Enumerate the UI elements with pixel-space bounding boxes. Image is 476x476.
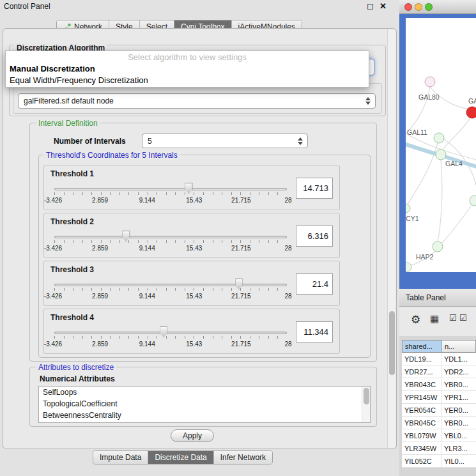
panel-scrollbar-thumb[interactable] xyxy=(389,311,395,375)
list-scrollbar-thumb[interactable] xyxy=(364,388,369,404)
table-cell[interactable]: YDL1... xyxy=(441,353,476,365)
table-row[interactable]: YLR345WYLR3... xyxy=(402,442,476,455)
table-row[interactable]: YPR145WYPR1... xyxy=(402,391,476,404)
list-item[interactable]: TopologicalCoefficient xyxy=(39,398,370,410)
slider-track[interactable] xyxy=(54,332,287,334)
tab-label: Impute Data xyxy=(100,453,141,462)
table-cell[interactable]: YER054C xyxy=(402,404,441,416)
table-cell[interactable]: YBR045C xyxy=(402,417,441,429)
scale-label: 15.43 xyxy=(186,197,202,204)
threshold-1-slider[interactable] xyxy=(53,182,288,195)
table-cell[interactable]: YIL052C xyxy=(402,455,441,467)
table-row[interactable]: YDL19...YDL1... xyxy=(402,353,476,365)
control-panel-titlebar: Control Panel ◻ ✕ xyxy=(0,0,399,13)
slider-ticks xyxy=(54,288,287,291)
number-of-intervals-combobox[interactable]: 5 xyxy=(142,134,308,148)
table-cell[interactable]: YDL19... xyxy=(402,353,441,365)
network-node[interactable] xyxy=(425,77,435,87)
select-visible-checkbox-icon[interactable]: ☑ xyxy=(459,313,467,323)
table-cell[interactable]: YPR145W xyxy=(402,391,441,403)
slider-ticks xyxy=(54,192,287,195)
network-canvas[interactable]: GAL80 GA GAL11 GAL4 GCY1 HAP2 xyxy=(406,18,476,272)
table-cell[interactable]: YBR0... xyxy=(441,378,476,390)
combo-stepper-icon[interactable] xyxy=(364,96,372,106)
table-cell[interactable]: YIL0... xyxy=(441,455,476,467)
tab-discretize-data[interactable]: Discretize Data xyxy=(148,451,213,464)
network-node[interactable] xyxy=(406,263,411,272)
table-cell[interactable]: YLR345W xyxy=(402,442,441,454)
select-all-checkbox-icon[interactable]: ☑ xyxy=(449,313,457,323)
scale-label: 15.43 xyxy=(186,293,202,300)
gear-icon[interactable]: ⚙ xyxy=(411,313,420,326)
node-label: GA xyxy=(468,97,476,105)
scale-label: 28 xyxy=(284,341,291,348)
network-node[interactable] xyxy=(406,204,410,213)
window-close-icon[interactable] xyxy=(404,3,412,11)
columns-icon[interactable]: ▦ xyxy=(430,313,439,325)
panel-scrollbar[interactable] xyxy=(387,29,395,448)
threshold-3-value-field[interactable]: 21.4 xyxy=(296,273,333,295)
interval-definition-title: Interval Definition xyxy=(36,119,100,128)
threshold-4-value-field[interactable]: 11.344 xyxy=(296,321,333,342)
table-cell[interactable]: YPR1... xyxy=(441,391,476,403)
table-row[interactable]: YBR043CYBR0... xyxy=(402,378,476,391)
table-cell[interactable]: YBL079W xyxy=(402,429,441,441)
tab-label: Infer Network xyxy=(220,453,266,462)
dropdown-option-manual[interactable]: Manual Discretization xyxy=(6,63,369,75)
apply-button[interactable]: Apply xyxy=(171,429,214,442)
slider-scale: -3.426 2.859 9.144 15.43 21.715 28 xyxy=(53,293,288,300)
threshold-2-panel: Threshold 2 -3.426 2.859 9.144 15.43 21.… xyxy=(43,213,340,258)
scale-label: 15.43 xyxy=(186,245,202,252)
list-item[interactable]: SelfLoops xyxy=(39,387,370,398)
table-data-combobox[interactable]: galFiltered.sif default node xyxy=(18,93,376,109)
table-row[interactable]: YBR045CYBR0... xyxy=(402,417,476,429)
network-node[interactable] xyxy=(433,242,443,252)
slider-track[interactable] xyxy=(54,284,287,286)
list-item[interactable]: BetweennessCentrality xyxy=(39,410,370,421)
network-node[interactable] xyxy=(436,150,446,160)
column-header-shared-name[interactable]: shared... xyxy=(403,341,442,352)
number-of-intervals-value: 5 xyxy=(148,137,152,146)
slider-track[interactable] xyxy=(54,236,287,238)
threshold-3-slider[interactable] xyxy=(53,278,288,291)
threshold-2-slider[interactable] xyxy=(53,230,288,243)
scale-label: 2.859 xyxy=(92,197,108,204)
threshold-1-label: Threshold 1 xyxy=(50,169,94,178)
table-cell[interactable]: YBL0... xyxy=(441,429,476,441)
threshold-4-slider[interactable] xyxy=(53,326,288,339)
network-node[interactable] xyxy=(470,196,476,206)
table-cell[interactable]: YDR27... xyxy=(402,365,441,378)
threshold-2-value-field[interactable]: 6.316 xyxy=(296,226,333,247)
slider-track[interactable] xyxy=(54,188,287,190)
float-window-icon[interactable]: ◻ xyxy=(367,1,374,11)
table-cell[interactable]: YER0... xyxy=(441,404,476,416)
threshold-1-value-field[interactable]: 14.713 xyxy=(296,178,333,199)
table-cell[interactable]: YDR2... xyxy=(441,365,476,378)
algorithm-dropdown-popup: Select algorithm to view settings Manual… xyxy=(5,50,369,88)
combo-stepper-icon[interactable] xyxy=(296,136,305,146)
node-table: shared... n... YDL19...YDL1... YDR27...Y… xyxy=(402,340,476,468)
scale-label: 9.144 xyxy=(139,293,155,300)
table-row[interactable]: YIL052CYIL0... xyxy=(402,455,476,468)
column-header-name[interactable]: n... xyxy=(442,341,475,352)
tab-impute-data[interactable]: Impute Data xyxy=(93,451,148,464)
scale-label: 21.715 xyxy=(231,293,251,300)
table-cell[interactable]: YBR043C xyxy=(402,378,441,390)
dropdown-option-equal-width[interactable]: Equal Width/Frequency Discretization xyxy=(6,75,369,86)
close-panel-icon[interactable]: ✕ xyxy=(380,1,387,11)
network-node[interactable] xyxy=(434,133,444,143)
table-cell[interactable]: YLR3... xyxy=(441,442,476,454)
window-zoom-icon[interactable] xyxy=(425,3,433,11)
table-row[interactable]: YBL079WYBL0... xyxy=(402,429,476,442)
tab-infer-network[interactable]: Infer Network xyxy=(214,451,272,464)
network-node-selected[interactable] xyxy=(466,107,476,118)
scale-label: 28 xyxy=(284,245,291,252)
attributes-list: SelfLoops TopologicalCoefficient Between… xyxy=(38,386,371,423)
table-row[interactable]: YER054CYER0... xyxy=(402,404,476,417)
cyni-mode-tabs: Impute Data Discretize Data Infer Networ… xyxy=(93,450,273,464)
table-row[interactable]: YDR27...YDR2... xyxy=(402,365,476,378)
table-cell[interactable]: YBR0... xyxy=(441,417,476,429)
window-minimize-icon[interactable] xyxy=(415,3,422,11)
node-label: GCY1 xyxy=(406,215,419,222)
list-scrollbar[interactable] xyxy=(362,387,370,422)
